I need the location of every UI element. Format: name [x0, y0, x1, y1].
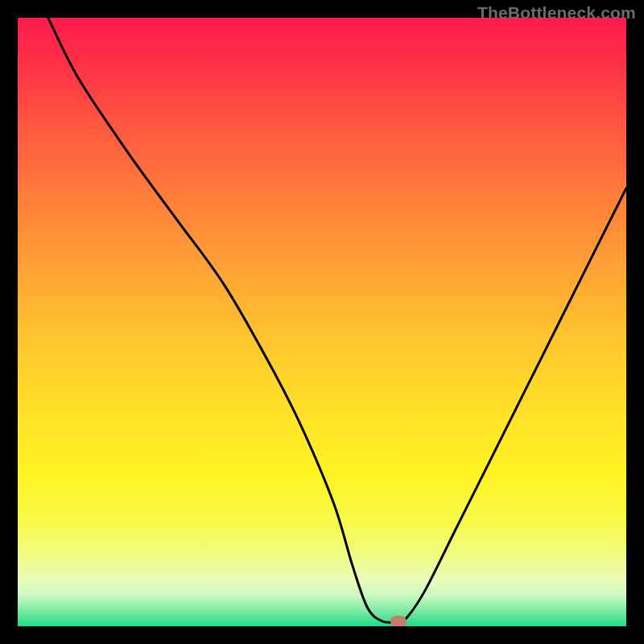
- chart-frame: TheBottleneck.com: [0, 0, 644, 644]
- optimal-point-marker: [390, 616, 407, 626]
- plot-area: [18, 18, 626, 626]
- watermark-text: TheBottleneck.com: [477, 3, 636, 23]
- bottleneck-curve: [18, 18, 626, 626]
